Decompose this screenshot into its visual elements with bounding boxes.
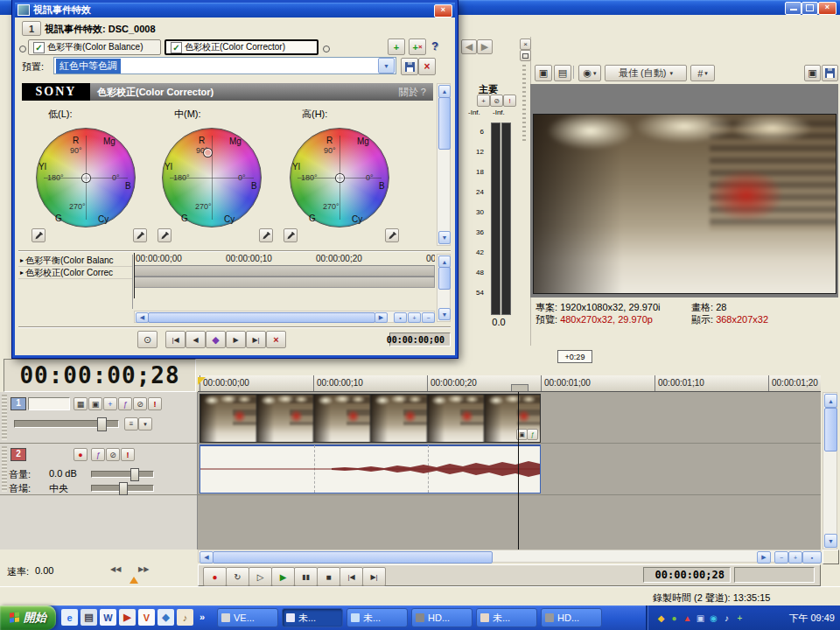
restore-icon[interactable] <box>802 2 818 15</box>
play-from-start-button[interactable]: ▷ <box>248 567 272 586</box>
composite-mode-icon[interactable]: ≡ <box>124 417 138 430</box>
volume-envelope-line[interactable] <box>200 445 540 446</box>
loop-playback-button[interactable]: ↻ <box>226 567 249 586</box>
pan-slider[interactable] <box>91 485 154 492</box>
first-keyframe-icon[interactable]: |◀ <box>165 331 186 348</box>
pause-button[interactable]: ▮▮ <box>294 567 318 586</box>
track-solo-icon[interactable]: ! <box>121 448 135 461</box>
playhead-cursor[interactable] <box>518 392 519 550</box>
eyedropper-icon[interactable] <box>284 228 298 242</box>
scroll-right-icon[interactable]: ▶ <box>757 551 771 564</box>
event-number-badge[interactable]: 1 <box>22 21 41 36</box>
next-keyframe-icon[interactable]: ▶ <box>226 331 246 348</box>
track-number-badge[interactable]: 2 <box>10 448 26 461</box>
color-wheel-low[interactable]: R Mg B Cy G Yl 90° 180° 0° 270° <box>36 128 136 228</box>
keyframe-row-color-balance[interactable]: ▸ 色彩平衡(Color Balanc <box>18 255 132 267</box>
minimize-icon[interactable] <box>785 2 802 15</box>
mixer-solo-icon[interactable]: ! <box>503 94 516 107</box>
keyframe-timeline[interactable]: 00:00:00;00 00:00:00;10 00:00:00;20 00 <box>134 253 435 309</box>
drag-handle[interactable] <box>522 65 526 144</box>
slider-thumb[interactable] <box>97 417 107 431</box>
dialog-close-icon[interactable]: × <box>434 4 452 18</box>
help-icon[interactable]: ? <box>431 39 438 52</box>
edit-tool-icon[interactable]: ▪ <box>394 312 407 323</box>
tray-icon-2[interactable]: ● <box>668 612 681 625</box>
scroll-thumb[interactable] <box>438 97 451 150</box>
video-event[interactable]: ▣ ƒ <box>200 394 541 443</box>
scroll-up-icon[interactable]: ▲ <box>438 85 451 98</box>
quicklaunch-icon-4[interactable]: ▶ <box>119 609 136 626</box>
close-panel-icon[interactable]: × <box>520 38 531 50</box>
track-grip[interactable] <box>2 395 7 440</box>
track-mute-icon[interactable]: ⊘ <box>133 397 147 410</box>
track-level-slider[interactable] <box>14 420 119 428</box>
preview-quality-dropdown[interactable]: 最佳 (自動)▾ <box>605 65 687 81</box>
quicklaunch-icon-1[interactable]: e <box>61 609 78 626</box>
track-grip[interactable] <box>2 446 7 492</box>
kf-lane-2[interactable] <box>134 276 435 288</box>
eyedropper-icon[interactable] <box>32 228 46 242</box>
track-header-2[interactable]: 2 ● ƒ ⊘ ! 音量: 0.0 dB 音場: 中央 <box>0 444 197 495</box>
scroll-down-icon[interactable]: ▼ <box>824 534 837 548</box>
zoom-in-icon[interactable]: + <box>408 312 421 323</box>
quicklaunch-icon-7[interactable]: ♪ <box>177 609 193 626</box>
timeline-marker-flag[interactable] <box>198 377 206 385</box>
timeline-vscrollbar[interactable]: ▲ ▼ <box>822 392 837 550</box>
scroll-left-icon[interactable]: ◀ <box>136 312 149 323</box>
quicklaunch-icon-6[interactable]: ◆ <box>158 609 174 626</box>
scroll-down-icon[interactable]: ▼ <box>438 231 451 244</box>
start-button[interactable]: 開始 <box>0 606 56 630</box>
zoom-in-icon[interactable]: + <box>788 551 802 564</box>
checkbox-icon[interactable]: ✓ <box>171 42 182 53</box>
scroll-left-icon[interactable]: ◀ <box>200 551 214 564</box>
overlay-icon[interactable]: ◉▾ <box>578 65 601 81</box>
add-plugin-icon[interactable]: + <box>388 38 405 55</box>
eyedropper-icon[interactable] <box>158 228 172 242</box>
scroll-up-icon[interactable]: ▲ <box>824 394 837 408</box>
task-button-6[interactable]: HD... <box>541 608 602 627</box>
transport-timecode[interactable]: 00:00:00;28 <box>643 567 731 583</box>
zoom-out-icon[interactable]: − <box>774 551 788 564</box>
task-button-4[interactable]: HD... <box>411 608 472 627</box>
project-properties-icon[interactable]: ▣ <box>535 65 552 81</box>
mixer-mute-icon[interactable]: ⊘ <box>490 94 503 107</box>
tray-icon-6[interactable]: ♪ <box>720 612 733 625</box>
track-fx-icon[interactable]: ƒ <box>91 448 105 461</box>
kf-hscrollbar[interactable]: ◀ ▶ ▪ + − <box>134 311 435 323</box>
eyedropper-icon[interactable] <box>259 228 273 242</box>
cursor-handle[interactable] <box>511 384 528 392</box>
timeline-lanes[interactable]: ▣ ƒ <box>198 392 821 550</box>
stop-button[interactable]: ■ <box>317 567 340 586</box>
wheel-marker[interactable] <box>204 149 212 157</box>
tray-icon-3[interactable]: ▲ <box>681 612 694 625</box>
close-icon[interactable]: × <box>818 2 836 15</box>
go-to-start-button[interactable]: |◀ <box>340 567 363 586</box>
record-button[interactable]: ● <box>203 567 227 586</box>
zoom-tool-icon[interactable]: ▪ <box>802 551 822 564</box>
rate-marker[interactable] <box>130 577 138 584</box>
track-motion-icon[interactable]: ▦ <box>74 397 88 410</box>
eyedropper-icon[interactable] <box>133 228 147 242</box>
track-header-1[interactable]: 1 ▦ ▣ + ƒ ⊘ ! ≡ ▾ <box>0 392 197 444</box>
kf-lane-1[interactable] <box>134 265 435 276</box>
wheel-marker[interactable] <box>336 174 344 182</box>
scroll-thumb[interactable] <box>148 312 375 323</box>
audio-event[interactable] <box>200 444 541 494</box>
prev-keyframe-icon[interactable]: ◀ <box>186 331 206 348</box>
track-layer-icon[interactable]: ▣ <box>88 397 102 410</box>
tray-icon-4[interactable]: ▣ <box>694 612 707 625</box>
track-solo-icon[interactable]: ! <box>148 397 162 410</box>
expander-icon[interactable]: ▸ <box>20 256 24 264</box>
shuttle-left-icon[interactable]: ◀◀ <box>110 565 121 573</box>
timeline-hscrollbar[interactable]: ◀ ▶ − + ▪ <box>198 550 821 563</box>
timeline-ruler[interactable]: 00:00:00;00 00:00:00;10 00:00:00;20 00:0… <box>198 375 821 392</box>
last-keyframe-icon[interactable]: ▶| <box>246 331 266 348</box>
task-button-2[interactable]: 未... <box>282 608 343 627</box>
scroll-up-icon[interactable]: ▲ <box>438 256 451 268</box>
tray-icon-1[interactable]: ◆ <box>654 612 668 625</box>
track-add-icon[interactable]: + <box>103 397 117 410</box>
about-link[interactable]: 關於 ? <box>399 86 426 99</box>
remove-plugin-icon[interactable]: +× <box>409 38 426 55</box>
preset-combobox[interactable]: 紅色中等色調 ▼ <box>53 57 396 74</box>
tray-icon-7[interactable]: + <box>733 612 746 625</box>
